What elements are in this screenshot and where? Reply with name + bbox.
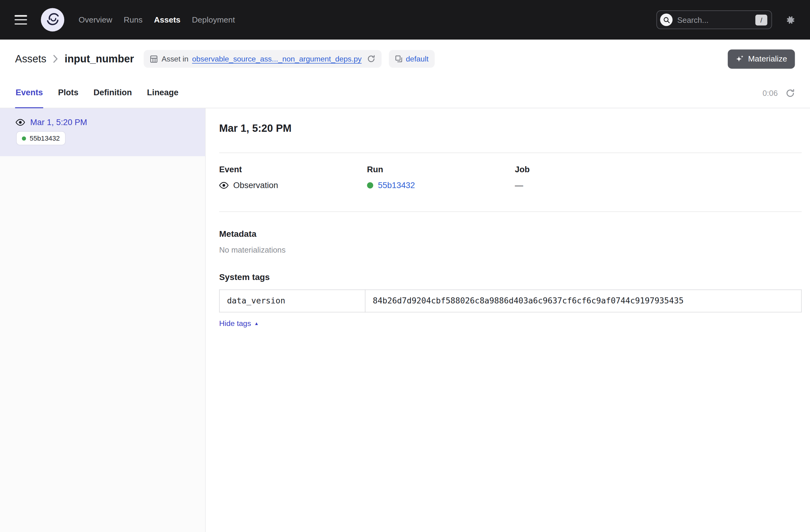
- system-tags-heading: System tags: [219, 272, 801, 282]
- search-input[interactable]: [677, 15, 756, 24]
- search-shortcut-key: /: [755, 14, 767, 25]
- search-icon: [660, 13, 673, 26]
- caret-up-icon: ▲: [254, 321, 259, 326]
- tag-key-cell: data_version: [220, 290, 365, 312]
- global-search-box[interactable]: /: [656, 10, 772, 29]
- tabs-row: Events Plots Definition Lineage 0:06: [0, 78, 810, 108]
- asset-group-link[interactable]: default: [406, 55, 428, 63]
- run-chip-id: 55b13432: [30, 134, 60, 142]
- materialize-button[interactable]: Materialize: [728, 49, 795, 68]
- event-title: Mar 1, 5:20 PM: [219, 121, 801, 135]
- topnav-right: /: [656, 10, 795, 29]
- breadcrumb-assets-link[interactable]: Assets: [15, 53, 47, 65]
- nav-item-runs[interactable]: Runs: [124, 15, 142, 25]
- event-list-sidebar: Mar 1, 5:20 PM 55b13432: [0, 108, 206, 532]
- hamburger-bar: [15, 15, 27, 16]
- event-column: Event Observation: [219, 165, 367, 191]
- divider: [219, 211, 801, 212]
- asset-group-icon: [395, 55, 402, 62]
- run-column-header: Run: [367, 165, 515, 175]
- code-location-link[interactable]: observable_source_ass..._non_argument_de…: [192, 55, 361, 63]
- run-column: Run 55b13432: [367, 165, 515, 191]
- run-chip[interactable]: 55b13432: [17, 132, 65, 145]
- tab-definition[interactable]: Definition: [93, 78, 133, 108]
- system-tags-table: data_version 84b26d7d9204cbf588026c8a988…: [219, 289, 801, 312]
- refresh-icon[interactable]: [785, 88, 795, 98]
- run-status-dot: [22, 136, 26, 140]
- hide-tags-label: Hide tags: [219, 319, 251, 327]
- content: Mar 1, 5:20 PM 55b13432 Mar 1, 5:20 PM E…: [0, 108, 810, 532]
- asset-group-badge[interactable]: default: [389, 50, 435, 68]
- page-header: Assets input_number Asset in observable_…: [0, 39, 810, 78]
- primary-nav: Overview Runs Assets Deployment: [79, 15, 235, 25]
- refresh-timer: 0:06: [763, 88, 778, 97]
- gear-icon[interactable]: [784, 14, 795, 25]
- nav-item-overview[interactable]: Overview: [79, 15, 112, 25]
- divider: [219, 152, 801, 153]
- eye-icon: [219, 182, 228, 189]
- hamburger-bar: [15, 23, 27, 25]
- event-summary-columns: Event Observation Run: [219, 165, 801, 191]
- tag-value-cell: 84b26d7d9204cbf588026c8a9886d403a6c9637c…: [365, 290, 801, 312]
- asset-tabs: Events Plots Definition Lineage: [15, 78, 179, 108]
- table-icon: [150, 55, 158, 63]
- metadata-heading: Metadata: [219, 229, 801, 239]
- tab-events[interactable]: Events: [15, 78, 44, 108]
- event-column-header: Event: [219, 165, 367, 175]
- event-detail-panel: Mar 1, 5:20 PM Event Observation: [206, 108, 810, 532]
- breadcrumb: Assets input_number: [15, 53, 134, 65]
- hamburger-menu-button[interactable]: [15, 15, 27, 25]
- materialize-button-label: Materialize: [748, 54, 787, 64]
- table-row: data_version 84b26d7d9204cbf588026c8a988…: [220, 290, 801, 312]
- app: Overview Runs Assets Deployment /: [0, 0, 810, 532]
- asset-name: input_number: [65, 53, 134, 65]
- run-status-dot: [367, 182, 373, 189]
- job-column-header: Job: [515, 165, 663, 175]
- event-list-item[interactable]: Mar 1, 5:20 PM 55b13432: [0, 108, 205, 156]
- nav-item-deployment[interactable]: Deployment: [192, 15, 235, 25]
- top-navigation: Overview Runs Assets Deployment /: [0, 0, 810, 39]
- hide-tags-link[interactable]: Hide tags ▲: [219, 319, 259, 327]
- sparkle-icon: [735, 55, 744, 63]
- asset-location-prefix: Asset in: [162, 55, 188, 63]
- metadata-empty-text: No materializations: [219, 245, 801, 254]
- event-head: Mar 1, 5:20 PM: [16, 118, 195, 127]
- tab-plots[interactable]: Plots: [58, 78, 79, 108]
- hamburger-bar: [15, 19, 27, 20]
- chevron-right-icon: [53, 55, 58, 63]
- reload-location-icon[interactable]: [367, 55, 375, 63]
- asset-location-badge: Asset in observable_source_ass..._non_ar…: [144, 50, 382, 68]
- event-type-value: Observation: [233, 180, 278, 191]
- nav-item-assets[interactable]: Assets: [154, 15, 180, 25]
- eye-icon: [16, 119, 25, 126]
- dagster-logo[interactable]: [40, 8, 65, 32]
- job-column: Job —: [515, 165, 663, 191]
- job-value: —: [515, 180, 663, 191]
- tab-lineage[interactable]: Lineage: [146, 78, 179, 108]
- event-timestamp: Mar 1, 5:20 PM: [30, 118, 87, 127]
- run-link[interactable]: 55b13432: [378, 180, 415, 191]
- tabs-right: 0:06: [763, 88, 795, 98]
